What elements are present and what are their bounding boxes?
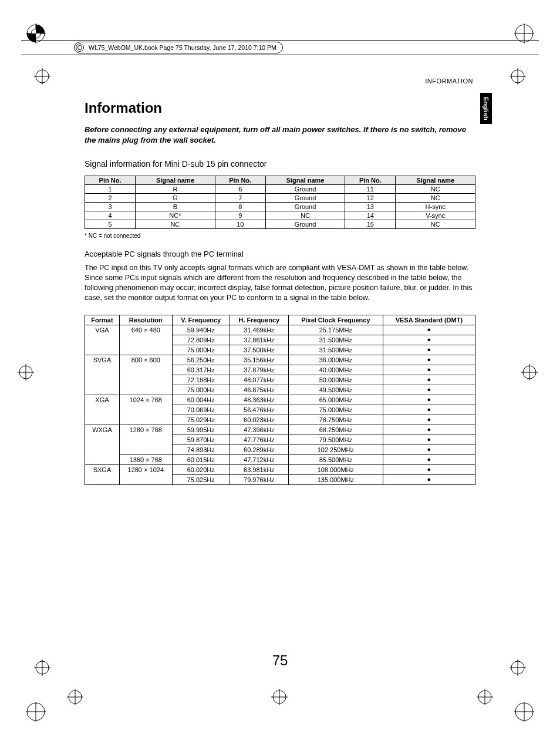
pin-table-header: Signal name [396, 176, 475, 185]
pc-table-cell: 31.500MHz [288, 345, 383, 355]
pin-table-cell: Ground [265, 220, 345, 229]
pin-table-cell: 3 [85, 203, 136, 211]
table-row: 1360 × 76860.015Hz47.712kHz85.500MHz● [85, 455, 475, 464]
pc-table-cell: 75.029Hz [172, 415, 230, 425]
dmt-dot-cell: ● [383, 325, 475, 335]
pc-table-cell: 40.000MHz [288, 365, 383, 375]
dmt-dot-cell: ● [383, 464, 475, 474]
pin-table-cell: 11 [345, 185, 396, 194]
pin-footnote: * NC = not connected [85, 233, 475, 239]
pin-table-cell: 10 [215, 220, 265, 229]
pc-table-cell: 60.289kHz [230, 445, 288, 455]
pc-table-cell: 65.000MHz [288, 395, 383, 405]
dmt-dot-cell: ● [383, 395, 475, 405]
pin-table-cell: NC* [136, 211, 215, 220]
pin-table-cell: NC [265, 211, 345, 220]
pin-table-header: Pin No. [215, 176, 265, 185]
pin-table-cell: 5 [85, 220, 136, 229]
dmt-dot-cell: ● [383, 445, 475, 455]
dmt-dot-cell: ● [383, 365, 475, 375]
pin-table-cell: Ground [265, 203, 345, 211]
pc-signals-body: The PC input on this TV only accepts sig… [85, 263, 475, 303]
cross-mark-icon [67, 689, 83, 705]
table-row: XGA1024 × 76860.004Hz48.363kHz65.000MHz● [85, 395, 475, 405]
warning-text: Before connecting any external equipment… [85, 124, 475, 145]
running-head: INFORMATION [425, 78, 473, 85]
dmt-dot-cell: ● [383, 335, 475, 345]
language-tab: English [480, 93, 492, 124]
pin-table-header: Pin No. [85, 176, 136, 185]
pc-table-cell: 35.156kHz [230, 355, 288, 365]
pc-table-cell: 59.995Hz [172, 425, 230, 435]
pin-table-cell: 12 [345, 194, 396, 203]
pc-table-cell: 47.396kHz [230, 425, 288, 435]
pc-table-header: Format [85, 315, 120, 325]
dmt-dot-cell: ● [383, 435, 475, 445]
pin-table-cell: 13 [345, 203, 396, 211]
dmt-dot-cell: ● [383, 385, 475, 395]
pc-table-header: VESA Standard (DMT) [383, 315, 475, 325]
table-row: SVGA800 × 60056.250Hz35.156kHz36.000MHz● [85, 355, 475, 365]
pin-table-cell: Ground [265, 194, 345, 203]
pc-table-cell: 47.712kHz [230, 455, 288, 464]
registration-mark-icon [514, 702, 534, 722]
registration-mark-icon [26, 702, 46, 722]
pc-table-cell: 48.077kHz [230, 375, 288, 385]
pc-signals-heading: Acceptable PC signals through the PC ter… [85, 250, 475, 258]
pc-table-cell: 135.000MHz [288, 474, 383, 484]
format-cell: SXGA [85, 464, 120, 484]
pin-table-cell: 4 [85, 211, 136, 220]
pin-table-cell: H-sync [396, 203, 475, 211]
pc-table-cell: 79.976kHz [230, 474, 288, 484]
table-row: 4NC*9NC14V-sync [85, 211, 475, 220]
pc-table-header: Pixel Clock Frequency [288, 315, 383, 325]
pc-table-cell: 31.500MHz [288, 335, 383, 345]
pin-table-cell: 8 [215, 203, 265, 211]
cross-mark-icon [477, 689, 493, 705]
dmt-dot-cell: ● [383, 405, 475, 415]
cross-mark-icon [521, 364, 538, 381]
pc-table-cell: 59.870Hz [172, 435, 230, 445]
pc-table-cell: 25.175MHz [288, 325, 383, 335]
table-row: WXGA1280 × 76859.995Hz47.396kHz68.250MHz… [85, 425, 475, 435]
pin-table-cell: 14 [345, 211, 396, 220]
pc-table-cell: 75.000MHz [288, 405, 383, 415]
pin-table-cell: R [136, 185, 215, 194]
pin-table-cell: NC [136, 220, 215, 229]
pin-table-cell: V-sync [396, 211, 475, 220]
pc-table-cell: 31.469kHz [230, 325, 288, 335]
pin-table-heading: Signal information for Mini D-sub 15 pin… [85, 159, 475, 169]
pc-table-cell: 59.940Hz [172, 325, 230, 335]
format-cell: XGA [85, 395, 120, 425]
pin-table-cell: NC [396, 220, 475, 229]
pc-table-cell: 37.861kHz [230, 335, 288, 345]
pin-table-cell: B [136, 203, 215, 211]
pin-table-cell: 7 [215, 194, 265, 203]
pc-table-cell: 74.893Hz [172, 445, 230, 455]
format-cell: WXGA [85, 425, 120, 464]
print-header-text: WL75_WebOM_UK.book Page 75 Thursday, Jun… [89, 44, 276, 51]
pin-table-header: Pin No. [345, 176, 396, 185]
pin-table-cell: NC [396, 185, 475, 194]
pc-table-header: H. Frequency [230, 315, 288, 325]
pc-table-cell: 108.000MHz [288, 464, 383, 474]
cross-mark-icon [510, 68, 526, 85]
pin-signal-table: Pin No.Signal namePin No.Signal namePin … [85, 176, 475, 229]
pin-table-cell: 9 [215, 211, 265, 220]
cross-mark-icon [18, 364, 34, 381]
page-number: 75 [0, 652, 560, 669]
pin-table-header: Signal name [136, 176, 215, 185]
print-header-bar: WL75_WebOM_UK.book Page 75 Thursday, Jun… [21, 40, 539, 55]
table-row: SXGA1280 × 102460.020Hz63.981kHz108.000M… [85, 464, 475, 474]
pin-table-cell: 2 [85, 194, 136, 203]
pc-table-cell: 60.317Hz [172, 365, 230, 375]
pc-table-cell: 68.250MHz [288, 425, 383, 435]
pc-table-cell: 85.500MHz [288, 455, 383, 464]
table-row: 2G7Ground12NC [85, 194, 475, 203]
dmt-dot-cell: ● [383, 345, 475, 355]
page-title: Information [85, 100, 475, 116]
dmt-dot-cell: ● [383, 375, 475, 385]
pc-table-cell: 75.000Hz [172, 385, 230, 395]
book-icon [76, 43, 84, 52]
pin-table-cell: G [136, 194, 215, 203]
